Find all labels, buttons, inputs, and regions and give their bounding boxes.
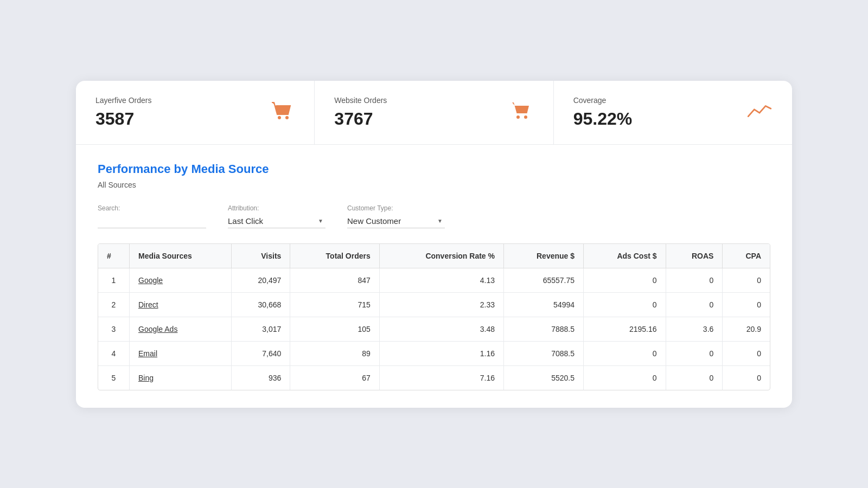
attribution-filter: Attribution: Last Click First Click Line…: [228, 204, 326, 228]
cart-icon-2: [508, 98, 534, 126]
cell-source: Google Ads: [130, 317, 232, 341]
table-row: 5 Bing 936 67 7.16 5520.5 0 0 0: [98, 365, 770, 390]
cell-revenue: 7088.5: [503, 341, 583, 365]
cell-conversion-rate: 7.16: [379, 365, 503, 390]
cell-cpa: 20.9: [723, 317, 770, 341]
customer-type-filter: Customer Type: New Customer Returning Cu…: [347, 204, 445, 228]
cell-cpa: 0: [723, 341, 770, 365]
filters: Search: Attribution: Last Click First Cl…: [98, 204, 770, 228]
col-header-num: #: [98, 244, 130, 268]
cell-total-orders: 89: [290, 341, 379, 365]
cart-icon-1: [269, 98, 295, 126]
layerfive-orders-label: Layerfive Orders: [95, 96, 151, 105]
svg-point-1: [285, 116, 289, 119]
cell-visits: 20,497: [232, 268, 290, 292]
col-header-roas: ROAS: [666, 244, 723, 268]
col-header-conversion-rate: Conversion Rate %: [379, 244, 503, 268]
stat-coverage: Coverage 95.22%: [554, 81, 792, 144]
col-header-visits: Visits: [232, 244, 290, 268]
attribution-select[interactable]: Last Click First Click Linear: [228, 214, 326, 228]
source-link[interactable]: Google: [138, 276, 163, 285]
cell-num: 1: [98, 268, 130, 292]
cell-ads-cost: 0: [584, 292, 666, 317]
col-header-cpa: CPA: [723, 244, 770, 268]
coverage-value: 95.22%: [573, 109, 633, 129]
cell-ads-cost: 0: [584, 365, 666, 390]
coverage-label: Coverage: [573, 96, 633, 105]
stat-layerfive-orders: Layerfive Orders 3587: [76, 81, 315, 144]
cell-source: Direct: [130, 292, 232, 317]
table-row: 4 Email 7,640 89 1.16 7088.5 0 0 0: [98, 341, 770, 365]
svg-point-3: [524, 115, 527, 119]
attribution-label: Attribution:: [228, 204, 326, 212]
search-filter: Search:: [98, 204, 206, 228]
col-header-media-sources: Media Sources: [130, 244, 232, 268]
cell-num: 4: [98, 341, 130, 365]
source-link[interactable]: Google Ads: [138, 325, 177, 333]
cell-conversion-rate: 1.16: [379, 341, 503, 365]
cell-conversion-rate: 4.13: [379, 268, 503, 292]
cell-num: 5: [98, 365, 130, 390]
cell-total-orders: 67: [290, 365, 379, 390]
cell-revenue: 54994: [503, 292, 583, 317]
cell-roas: 0: [666, 341, 723, 365]
svg-point-0: [278, 116, 281, 119]
cell-visits: 30,668: [232, 292, 290, 317]
cell-revenue: 5520.5: [503, 365, 583, 390]
cell-cpa: 0: [723, 365, 770, 390]
cell-roas: 0: [666, 268, 723, 292]
stats-row: Layerfive Orders 3587 Website Orders 376…: [76, 81, 792, 145]
section-subtitle: All Sources: [98, 181, 770, 189]
cell-revenue: 7888.5: [503, 317, 583, 341]
source-link[interactable]: Email: [138, 349, 157, 358]
trend-icon: [746, 98, 773, 126]
source-link[interactable]: Bing: [138, 374, 154, 382]
col-header-ads-cost: Ads Cost $: [584, 244, 666, 268]
cell-conversion-rate: 3.48: [379, 317, 503, 341]
cell-roas: 0: [666, 292, 723, 317]
performance-table-wrapper: # Media Sources Visits Total Orders Conv…: [98, 243, 770, 390]
cell-visits: 7,640: [232, 341, 290, 365]
cell-total-orders: 715: [290, 292, 379, 317]
main-card: Layerfive Orders 3587 Website Orders 376…: [76, 81, 792, 408]
table-row: 3 Google Ads 3,017 105 3.48 7888.5 2195.…: [98, 317, 770, 341]
search-input[interactable]: [98, 214, 206, 228]
cell-roas: 0: [666, 365, 723, 390]
cell-ads-cost: 0: [584, 341, 666, 365]
cell-cpa: 0: [723, 292, 770, 317]
cell-ads-cost: 0: [584, 268, 666, 292]
website-orders-label: Website Orders: [334, 96, 387, 105]
cell-ads-cost: 2195.16: [584, 317, 666, 341]
cell-num: 2: [98, 292, 130, 317]
table-row: 2 Direct 30,668 715 2.33 54994 0 0 0: [98, 292, 770, 317]
source-link[interactable]: Direct: [138, 300, 158, 309]
customer-type-label: Customer Type:: [347, 204, 445, 212]
cell-visits: 936: [232, 365, 290, 390]
table-row: 1 Google 20,497 847 4.13 65557.75 0 0 0: [98, 268, 770, 292]
table-header-row: # Media Sources Visits Total Orders Conv…: [98, 244, 770, 268]
cell-total-orders: 847: [290, 268, 379, 292]
stat-website-orders: Website Orders 3767: [315, 81, 553, 144]
cell-visits: 3,017: [232, 317, 290, 341]
cell-source: Email: [130, 341, 232, 365]
cell-source: Bing: [130, 365, 232, 390]
svg-point-2: [516, 115, 520, 119]
layerfive-orders-value: 3587: [95, 109, 151, 129]
col-header-total-orders: Total Orders: [290, 244, 379, 268]
website-orders-value: 3767: [334, 109, 387, 129]
cell-total-orders: 105: [290, 317, 379, 341]
cell-cpa: 0: [723, 268, 770, 292]
search-label: Search:: [98, 204, 206, 212]
col-header-revenue: Revenue $: [503, 244, 583, 268]
customer-type-select[interactable]: New Customer Returning Customer All: [347, 214, 445, 228]
cell-source: Google: [130, 268, 232, 292]
cell-conversion-rate: 2.33: [379, 292, 503, 317]
cell-revenue: 65557.75: [503, 268, 583, 292]
cell-roas: 3.6: [666, 317, 723, 341]
main-content: Performance by Media Source All Sources …: [76, 145, 792, 408]
cell-num: 3: [98, 317, 130, 341]
section-title: Performance by Media Source: [98, 162, 770, 176]
performance-table: # Media Sources Visits Total Orders Conv…: [98, 244, 770, 390]
